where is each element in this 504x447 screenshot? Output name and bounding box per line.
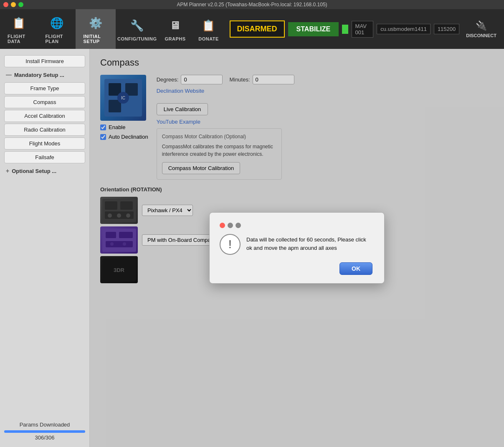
sidebar: Install Firmware — Mandatory Setup ... F…	[0, 49, 90, 447]
flight-data-label: FLIGHT DATA	[8, 34, 30, 44]
disarmed-button[interactable]: DISARMED	[230, 20, 285, 38]
mandatory-expand-icon: —	[6, 71, 12, 78]
close-button[interactable]	[3, 2, 8, 7]
nav-graphs[interactable]: 🖥 GRAPHS	[159, 9, 192, 49]
flight-modes-button[interactable]: Flight Modes	[4, 137, 85, 150]
flight-data-icon: 📋	[10, 15, 28, 32]
graphs-icon: 🖥	[167, 17, 184, 35]
mandatory-setup-section[interactable]: — Mandatory Setup ...	[4, 69, 85, 81]
optional-setup-section[interactable]: + Optional Setup ...	[4, 165, 85, 177]
flight-plan-icon: 🌐	[48, 15, 66, 32]
disconnect-label: DISCONNECT	[466, 33, 496, 38]
title-bar: APM Planner v2.0.25 (Towahas-MacBook-Pro…	[0, 0, 504, 9]
baud-field: 115200	[434, 24, 459, 34]
main-layout: Install Firmware — Mandatory Setup ... F…	[0, 49, 504, 447]
params-count: 306/306	[4, 434, 85, 441]
nav-initial-setup[interactable]: ⚙️ INITIAL SETUP	[76, 9, 116, 49]
nav-flight-plan[interactable]: 🌐 FLIGHT PLAN	[38, 9, 76, 49]
mandatory-setup-label: Mandatory Setup ...	[14, 72, 64, 78]
dialog-buttons: OK	[220, 262, 372, 275]
dialog: ! Data will be collected for 60 seconds,…	[209, 212, 385, 284]
initial-setup-label: INITIAL SETUP	[83, 34, 108, 44]
window-title: APM Planner v2.0.25 (Towahas-MacBook-Pro…	[177, 2, 327, 8]
window-controls	[3, 2, 23, 7]
install-firmware-button[interactable]: Install Firmware	[4, 55, 85, 67]
failsafe-button[interactable]: Failsafe	[4, 151, 85, 163]
params-progress-fill	[4, 430, 85, 433]
nav-flight-data[interactable]: 📋 FLIGHT DATA	[0, 9, 38, 49]
params-downloaded-label: Params Downloaded	[4, 422, 85, 428]
port-field: cu.usbmodem1411	[377, 24, 431, 34]
radio-calibration-button[interactable]: Radio Calibration	[4, 124, 85, 136]
config-tuning-label: CONFIG/TUNING	[117, 36, 157, 41]
dialog-close-dot[interactable]	[220, 223, 225, 228]
dialog-message: Data will be collected for 60 seconds, P…	[246, 234, 372, 252]
nav-config-tuning[interactable]: 🔧 CONFIG/TUNING	[116, 9, 159, 49]
initial-setup-icon: ⚙️	[87, 15, 104, 32]
optional-expand-icon: +	[6, 168, 9, 174]
graphs-label: GRAPHS	[165, 36, 186, 41]
mav-id-field: MAV 001	[352, 21, 374, 38]
plug-icon: 🔌	[476, 20, 487, 31]
content-area: Compass IC Enable	[90, 49, 504, 447]
dialog-ok-button[interactable]: OK	[339, 262, 372, 275]
optional-setup-label: Optional Setup ...	[12, 168, 56, 174]
nav-donate[interactable]: 📋 DONATE	[192, 9, 225, 49]
donate-icon: 📋	[200, 17, 218, 35]
dialog-min-dot[interactable]	[228, 223, 233, 228]
modal-backdrop: ! Data will be collected for 60 seconds,…	[90, 49, 504, 447]
dialog-titlebar	[220, 223, 372, 228]
nav-bar: 📋 FLIGHT DATA 🌐 FLIGHT PLAN ⚙️ INITIAL S…	[0, 9, 504, 49]
dialog-content: ! Data will be collected for 60 seconds,…	[220, 234, 372, 255]
frame-type-button[interactable]: Frame Type	[4, 82, 85, 94]
disconnect-button[interactable]: 🔌 DISCONNECT	[463, 19, 500, 40]
flight-plan-label: FLIGHT PLAN	[45, 34, 68, 44]
dialog-max-dot[interactable]	[236, 223, 241, 228]
params-progress-bar	[4, 430, 85, 433]
minimize-button[interactable]	[11, 2, 16, 7]
donate-label: DONATE	[198, 36, 219, 41]
maximize-button[interactable]	[18, 2, 23, 7]
sidebar-bottom: Params Downloaded 306/306	[4, 417, 85, 441]
compass-button[interactable]: Compass	[4, 96, 85, 108]
accel-calibration-button[interactable]: Accel Calibration	[4, 110, 85, 122]
config-tuning-icon: 🔧	[128, 17, 146, 35]
status-indicator	[342, 25, 348, 34]
dialog-warning-icon: !	[220, 234, 241, 255]
status-bar: DISARMED STABILIZE MAV 001 cu.usbmodem14…	[225, 9, 504, 49]
stabilize-button[interactable]: STABILIZE	[288, 22, 339, 36]
